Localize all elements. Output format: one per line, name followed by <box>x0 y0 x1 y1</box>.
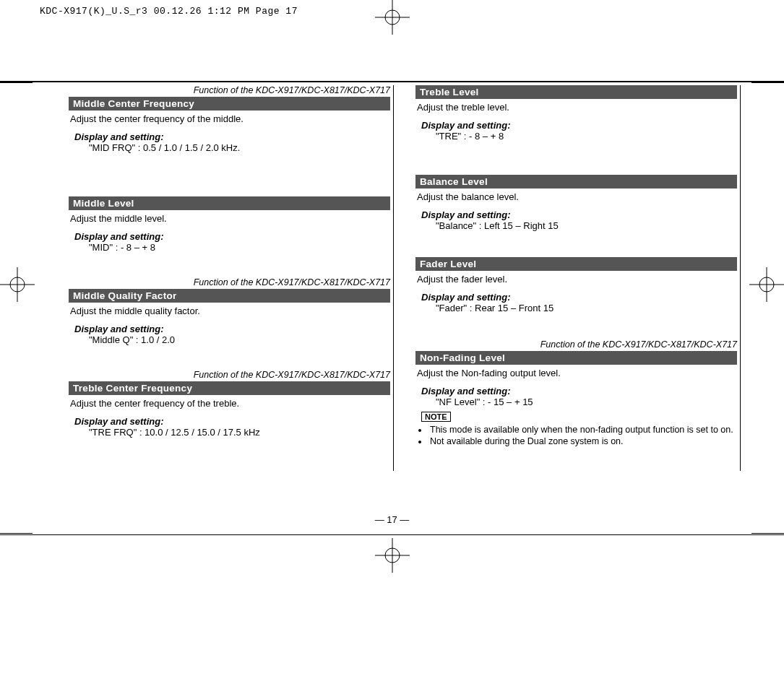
display-setting-value: "Middle Q" : 1.0 / 2.0 <box>69 334 390 345</box>
display-setting-label: Display and setting: <box>415 378 737 396</box>
display-setting-label: Display and setting: <box>69 224 390 242</box>
function-note: Function of the KDC-X917/KDC-X817/KDC-X7… <box>69 85 390 95</box>
section-title: Middle Level <box>69 196 390 210</box>
registration-mark-icon <box>375 538 410 573</box>
section-title: Middle Center Frequency <box>69 97 390 110</box>
function-note: Function of the KDC-X917/KDC-X817/KDC-X7… <box>69 277 390 287</box>
section-desc: Adjust the middle quality factor. <box>69 303 390 316</box>
display-setting-value: "MID" : - 8 – + 8 <box>69 242 390 253</box>
note-item: This mode is available only when the non… <box>428 425 737 435</box>
registration-mark-icon <box>375 0 410 35</box>
section-middle-level: Middle Level Adjust the middle level. Di… <box>69 196 390 253</box>
note-label: NOTE <box>421 412 451 422</box>
section-desc: Adjust the balance level. <box>415 188 737 202</box>
registration-mark-icon <box>749 267 784 302</box>
page-number: — 17 — <box>0 514 784 525</box>
display-setting-label: Display and setting: <box>415 202 737 220</box>
display-setting-label: Display and setting: <box>69 409 390 427</box>
section-fader-level: Fader Level Adjust the fader level. Disp… <box>415 257 737 313</box>
section-middle-quality-factor: Function of the KDC-X917/KDC-X817/KDC-X7… <box>69 277 390 345</box>
registration-mark-icon <box>0 267 35 302</box>
rule-bottom <box>0 534 784 535</box>
section-desc: Adjust the fader level. <box>415 271 737 285</box>
section-desc: Adjust the middle level. <box>69 210 390 224</box>
function-note: Function of the KDC-X917/KDC-X817/KDC-X7… <box>415 339 737 350</box>
section-desc: Adjust the center frequency of the trebl… <box>69 395 390 409</box>
display-setting-value: "MID FRQ" : 0.5 / 1.0 / 1.5 / 2.0 kHz. <box>69 142 390 153</box>
section-desc: Adjust the center frequency of the middl… <box>69 110 390 124</box>
section-treble-level: Treble Level Adjust the treble level. Di… <box>415 85 737 142</box>
section-title: Treble Level <box>415 85 737 99</box>
section-title: Treble Center Frequency <box>69 381 390 395</box>
section-title: Middle Quality Factor <box>69 289 390 303</box>
right-column: Treble Level Adjust the treble level. Di… <box>415 85 741 471</box>
crop-mark <box>0 533 33 534</box>
crop-mark <box>751 533 784 534</box>
left-column: Function of the KDC-X917/KDC-X817/KDC-X7… <box>69 85 394 471</box>
display-setting-label: Display and setting: <box>415 285 737 303</box>
section-non-fading-level: Function of the KDC-X917/KDC-X817/KDC-X7… <box>415 339 737 446</box>
section-treble-center-frequency: Function of the KDC-X917/KDC-X817/KDC-X7… <box>69 370 390 438</box>
display-setting-value: "NF Level" : - 15 – + 15 <box>415 396 737 407</box>
section-middle-center-frequency: Function of the KDC-X917/KDC-X817/KDC-X7… <box>69 85 390 153</box>
display-setting-value: "TRE" : - 8 – + 8 <box>415 131 737 142</box>
note-item: Not available during the Dual zone syste… <box>428 436 737 446</box>
rule-top <box>0 81 784 82</box>
section-title: Non-Fading Level <box>415 351 737 365</box>
crop-mark <box>0 82 33 83</box>
section-title: Fader Level <box>415 257 737 271</box>
note-list: This mode is available only when the non… <box>428 425 737 446</box>
display-setting-label: Display and setting: <box>69 316 390 334</box>
section-desc: Adjust the Non-fading output level. <box>415 365 737 378</box>
display-setting-value: "TRE FRQ" : 10.0 / 12.5 / 15.0 / 17.5 kH… <box>69 427 390 438</box>
display-setting-label: Display and setting: <box>415 113 737 131</box>
crop-mark <box>751 82 784 83</box>
display-setting-value: "Fader" : Rear 15 – Front 15 <box>415 303 737 313</box>
section-desc: Adjust the treble level. <box>415 99 737 113</box>
display-setting-label: Display and setting: <box>69 124 390 142</box>
display-setting-value: "Balance" : Left 15 – Right 15 <box>415 220 737 231</box>
function-note: Function of the KDC-X917/KDC-X817/KDC-X7… <box>69 370 390 380</box>
section-balance-level: Balance Level Adjust the balance level. … <box>415 175 737 231</box>
section-title: Balance Level <box>415 175 737 188</box>
